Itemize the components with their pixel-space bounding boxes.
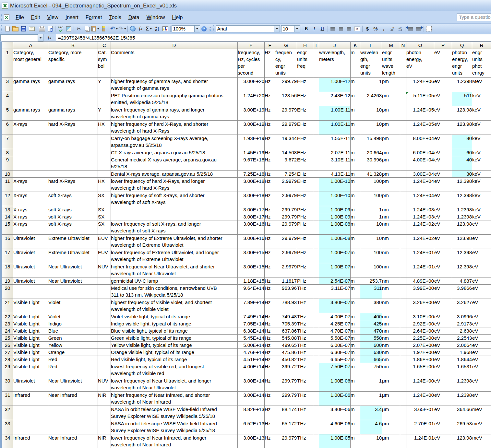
column-header-C[interactable]: C <box>98 42 111 49</box>
row-header-24[interactable]: 24 <box>2 327 13 335</box>
cell-E28[interactable]: 4.51E+14 <box>238 356 265 363</box>
cell-N1[interactable] <box>400 49 406 78</box>
cell-E9[interactable]: 9.67E+18 <box>238 156 265 171</box>
cell-H17[interactable]: PHz <box>297 249 313 263</box>
cell-D27[interactable]: Orange visible light, typical of its ran… <box>111 349 238 356</box>
cell-L15[interactable]: 10 <box>360 220 382 235</box>
cell-H15[interactable]: PHz <box>297 220 313 235</box>
cell-I33[interactable] <box>313 420 319 434</box>
cell-C7[interactable] <box>98 135 111 149</box>
cell-E14[interactable]: 3.00E+17 <box>238 213 265 220</box>
cell-H10[interactable]: EHz <box>297 171 313 178</box>
merge-center-button[interactable]: a <box>353 25 361 32</box>
cell-N4[interactable] <box>400 92 406 106</box>
cell-A15[interactable]: X-rays <box>13 220 48 235</box>
cell-D5[interactable]: lower frequency of gamma rays, and longe… <box>111 106 238 121</box>
cell-L7[interactable]: 15.498 <box>360 135 382 149</box>
cell-L8[interactable]: 20.664 <box>360 149 382 156</box>
cell-I15[interactable] <box>313 220 319 235</box>
column-header-M[interactable]: M <box>382 42 400 49</box>
cell-Q6[interactable]: 123.98 <box>452 121 472 135</box>
cell-K15[interactable]: m <box>351 220 360 235</box>
cell-B18[interactable]: Near Ultraviolet <box>48 263 98 277</box>
bold-button[interactable]: B <box>302 25 310 32</box>
cell-A3[interactable]: gamma rays <box>13 78 48 92</box>
cell-E34[interactable]: 3.00E+13 <box>238 434 265 448</box>
cell-Q17[interactable]: 12.398 <box>452 249 472 263</box>
cell-P12[interactable]: eV <box>434 192 452 206</box>
cell-O10[interactable]: 3.00E+04 <box>406 171 434 178</box>
cell-L26[interactable]: 600 <box>360 342 382 349</box>
name-box-dropdown[interactable] <box>38 34 43 41</box>
cell-I4[interactable] <box>313 92 319 106</box>
cell-G22[interactable]: 749.48 <box>275 313 297 320</box>
cell-M14[interactable]: nm <box>382 213 400 220</box>
paste-button[interactable] <box>91 25 100 32</box>
cell-R33[interactable]: meV <box>472 420 491 434</box>
cell-O4[interactable]: 5.11E+05 <box>406 92 434 106</box>
cell-D26[interactable]: Yellow visible light, typical of its ran… <box>111 342 238 349</box>
cell-B27[interactable]: Orange <box>48 349 98 356</box>
cell-N9[interactable] <box>400 156 406 171</box>
cell-L19[interactable]: 253.7 <box>360 277 382 285</box>
formula-input[interactable]: =299792458*4.135667662E-15/J65 <box>56 34 491 41</box>
cell-O27[interactable]: 1.97E+00 <box>406 349 434 356</box>
cell-L29[interactable]: 750 <box>360 363 382 377</box>
cell-C14[interactable]: SX <box>98 213 111 220</box>
cell-Q30[interactable]: 1.2398 <box>452 377 472 392</box>
cell-Q19[interactable]: 4.887 <box>452 277 472 285</box>
cell-M15[interactable]: nm <box>382 220 400 235</box>
cell-A27[interactable]: Visible Light <box>13 349 48 356</box>
cell-P22[interactable]: eV <box>434 313 452 320</box>
cell-J8[interactable]: 2.07E-11 <box>319 149 351 156</box>
cell-O34[interactable]: 1.24E-01 <box>406 434 434 448</box>
cell-R11[interactable]: keV <box>472 178 491 192</box>
cell-N16[interactable] <box>400 235 406 249</box>
cell-R23[interactable]: eV <box>472 320 491 327</box>
cell-E13[interactable]: 3.00E+17 <box>238 206 265 213</box>
cell-I32[interactable] <box>313 406 319 420</box>
cell-F30[interactable]: Hz <box>265 377 275 392</box>
cell-Q12[interactable]: 12.398 <box>452 192 472 206</box>
cell-G5[interactable]: 29.979 <box>275 106 297 121</box>
cell-D25[interactable]: Green visible light, typical of its rang… <box>111 335 238 342</box>
cell-R16[interactable]: eV <box>472 235 491 249</box>
cell-N24[interactable] <box>400 327 406 335</box>
cell-B11[interactable]: hard X-Rays <box>48 178 98 192</box>
cell-A17[interactable]: Ultraviolet <box>13 249 48 263</box>
cell-M7[interactable]: pm <box>382 135 400 149</box>
cell-F28[interactable]: Hz <box>265 356 275 363</box>
cell-C3[interactable]: Y <box>98 78 111 92</box>
cell-F12[interactable]: Hz <box>265 192 275 206</box>
cell-J30[interactable]: 1.00E-06 <box>319 377 351 392</box>
cell-P17[interactable]: eV <box>434 249 452 263</box>
cell-H30[interactable]: THz <box>297 377 313 392</box>
decrease-decimal-button[interactable]: .00 →.0 <box>396 25 404 32</box>
cell-L20[interactable]: 311 <box>360 285 382 299</box>
cell-F27[interactable]: Hz <box>265 349 275 356</box>
cell-K34[interactable]: m <box>351 434 360 448</box>
cell-N32[interactable] <box>400 406 406 420</box>
cell-I29[interactable] <box>313 363 319 377</box>
cell-J13[interactable]: 1.00E-09 <box>319 206 351 213</box>
cell-G3[interactable]: 299.79 <box>275 78 297 92</box>
row-header-11[interactable]: 11 <box>2 178 13 192</box>
cell-B25[interactable]: Green <box>48 335 98 342</box>
cell-H20[interactable]: THz <box>297 285 313 299</box>
cell-G4[interactable]: 123.56 <box>275 92 297 106</box>
cell-Q3[interactable]: 1.2398 <box>452 78 472 92</box>
cell-R19[interactable]: eV <box>472 277 491 285</box>
row-header-7[interactable]: 7 <box>2 135 13 149</box>
cell-K13[interactable]: m <box>351 206 360 213</box>
cell-P33[interactable]: eV <box>434 420 452 434</box>
cell-C19[interactable] <box>98 277 111 285</box>
menu-help[interactable]: Help <box>169 13 186 22</box>
cell-G23[interactable]: 705.39 <box>275 320 297 327</box>
cell-P32[interactable]: eV <box>434 406 452 420</box>
cell-I8[interactable] <box>313 149 319 156</box>
cell-C13[interactable]: SX <box>98 206 111 213</box>
format-painter-button[interactable] <box>100 25 108 32</box>
cell-K22[interactable]: m <box>351 313 360 320</box>
redo-button[interactable] <box>118 25 126 32</box>
cell-C11[interactable]: HX <box>98 178 111 192</box>
